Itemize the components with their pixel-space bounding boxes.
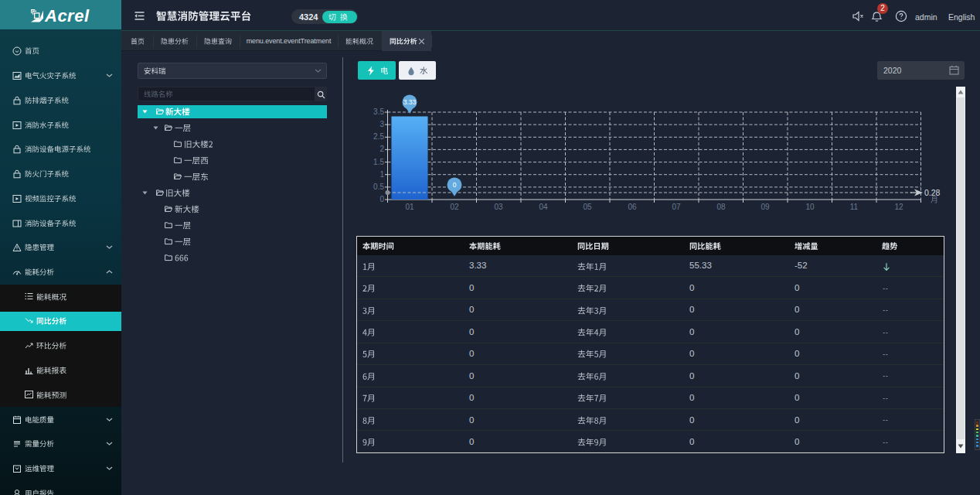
svg-text:0: 0 — [453, 181, 457, 189]
svg-text:Acrel: Acrel — [44, 6, 90, 26]
svg-text:3.33: 3.33 — [403, 98, 417, 106]
